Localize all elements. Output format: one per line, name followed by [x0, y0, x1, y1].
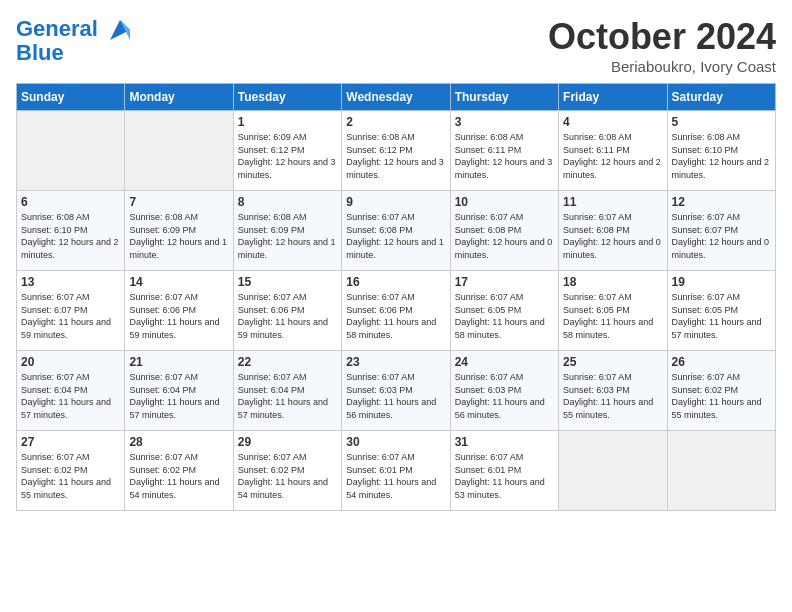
- column-header-sunday: Sunday: [17, 84, 125, 111]
- day-info: Sunrise: 6:07 AM Sunset: 6:01 PM Dayligh…: [346, 451, 445, 501]
- day-info: Sunrise: 6:07 AM Sunset: 6:05 PM Dayligh…: [563, 291, 662, 341]
- day-info: Sunrise: 6:07 AM Sunset: 6:08 PM Dayligh…: [563, 211, 662, 261]
- title-block: October 2024 Beriaboukro, Ivory Coast: [548, 16, 776, 75]
- day-cell: 14Sunrise: 6:07 AM Sunset: 6:06 PM Dayli…: [125, 271, 233, 351]
- day-cell: [559, 431, 667, 511]
- day-cell: 5Sunrise: 6:08 AM Sunset: 6:10 PM Daylig…: [667, 111, 775, 191]
- week-row-5: 27Sunrise: 6:07 AM Sunset: 6:02 PM Dayli…: [17, 431, 776, 511]
- day-info: Sunrise: 6:08 AM Sunset: 6:10 PM Dayligh…: [672, 131, 771, 181]
- day-info: Sunrise: 6:07 AM Sunset: 6:06 PM Dayligh…: [238, 291, 337, 341]
- logo: General Blue: [16, 16, 134, 66]
- day-info: Sunrise: 6:07 AM Sunset: 6:05 PM Dayligh…: [672, 291, 771, 341]
- day-info: Sunrise: 6:07 AM Sunset: 6:02 PM Dayligh…: [672, 371, 771, 421]
- day-info: Sunrise: 6:07 AM Sunset: 6:07 PM Dayligh…: [672, 211, 771, 261]
- day-number: 3: [455, 115, 554, 129]
- day-number: 2: [346, 115, 445, 129]
- day-number: 25: [563, 355, 662, 369]
- day-cell: 16Sunrise: 6:07 AM Sunset: 6:06 PM Dayli…: [342, 271, 450, 351]
- day-number: 14: [129, 275, 228, 289]
- day-number: 24: [455, 355, 554, 369]
- day-info: Sunrise: 6:08 AM Sunset: 6:09 PM Dayligh…: [238, 211, 337, 261]
- day-info: Sunrise: 6:07 AM Sunset: 6:07 PM Dayligh…: [21, 291, 120, 341]
- day-cell: 21Sunrise: 6:07 AM Sunset: 6:04 PM Dayli…: [125, 351, 233, 431]
- day-number: 6: [21, 195, 120, 209]
- day-number: 21: [129, 355, 228, 369]
- page-header: General Blue October 2024 Beriaboukro, I…: [16, 16, 776, 75]
- day-cell: 6Sunrise: 6:08 AM Sunset: 6:10 PM Daylig…: [17, 191, 125, 271]
- day-number: 7: [129, 195, 228, 209]
- day-cell: 17Sunrise: 6:07 AM Sunset: 6:05 PM Dayli…: [450, 271, 558, 351]
- day-number: 9: [346, 195, 445, 209]
- day-info: Sunrise: 6:07 AM Sunset: 6:04 PM Dayligh…: [21, 371, 120, 421]
- day-cell: 8Sunrise: 6:08 AM Sunset: 6:09 PM Daylig…: [233, 191, 341, 271]
- day-cell: 23Sunrise: 6:07 AM Sunset: 6:03 PM Dayli…: [342, 351, 450, 431]
- day-number: 12: [672, 195, 771, 209]
- column-header-monday: Monday: [125, 84, 233, 111]
- day-cell: 2Sunrise: 6:08 AM Sunset: 6:12 PM Daylig…: [342, 111, 450, 191]
- day-cell: 25Sunrise: 6:07 AM Sunset: 6:03 PM Dayli…: [559, 351, 667, 431]
- day-cell: [17, 111, 125, 191]
- day-cell: 10Sunrise: 6:07 AM Sunset: 6:08 PM Dayli…: [450, 191, 558, 271]
- day-info: Sunrise: 6:07 AM Sunset: 6:03 PM Dayligh…: [455, 371, 554, 421]
- day-cell: 1Sunrise: 6:09 AM Sunset: 6:12 PM Daylig…: [233, 111, 341, 191]
- day-number: 17: [455, 275, 554, 289]
- day-number: 16: [346, 275, 445, 289]
- column-header-thursday: Thursday: [450, 84, 558, 111]
- day-cell: 15Sunrise: 6:07 AM Sunset: 6:06 PM Dayli…: [233, 271, 341, 351]
- day-number: 8: [238, 195, 337, 209]
- day-cell: 7Sunrise: 6:08 AM Sunset: 6:09 PM Daylig…: [125, 191, 233, 271]
- day-cell: 18Sunrise: 6:07 AM Sunset: 6:05 PM Dayli…: [559, 271, 667, 351]
- day-cell: 19Sunrise: 6:07 AM Sunset: 6:05 PM Dayli…: [667, 271, 775, 351]
- day-info: Sunrise: 6:07 AM Sunset: 6:06 PM Dayligh…: [346, 291, 445, 341]
- day-info: Sunrise: 6:07 AM Sunset: 6:04 PM Dayligh…: [238, 371, 337, 421]
- day-cell: 9Sunrise: 6:07 AM Sunset: 6:08 PM Daylig…: [342, 191, 450, 271]
- day-number: 19: [672, 275, 771, 289]
- day-number: 5: [672, 115, 771, 129]
- day-cell: 30Sunrise: 6:07 AM Sunset: 6:01 PM Dayli…: [342, 431, 450, 511]
- day-number: 20: [21, 355, 120, 369]
- day-cell: 26Sunrise: 6:07 AM Sunset: 6:02 PM Dayli…: [667, 351, 775, 431]
- calendar-table: SundayMondayTuesdayWednesdayThursdayFrid…: [16, 83, 776, 511]
- day-number: 1: [238, 115, 337, 129]
- day-info: Sunrise: 6:07 AM Sunset: 6:08 PM Dayligh…: [346, 211, 445, 261]
- day-info: Sunrise: 6:07 AM Sunset: 6:04 PM Dayligh…: [129, 371, 228, 421]
- day-number: 30: [346, 435, 445, 449]
- week-row-4: 20Sunrise: 6:07 AM Sunset: 6:04 PM Dayli…: [17, 351, 776, 431]
- day-info: Sunrise: 6:07 AM Sunset: 6:08 PM Dayligh…: [455, 211, 554, 261]
- day-info: Sunrise: 6:08 AM Sunset: 6:11 PM Dayligh…: [455, 131, 554, 181]
- day-cell: 31Sunrise: 6:07 AM Sunset: 6:01 PM Dayli…: [450, 431, 558, 511]
- day-info: Sunrise: 6:08 AM Sunset: 6:10 PM Dayligh…: [21, 211, 120, 261]
- column-header-friday: Friday: [559, 84, 667, 111]
- day-info: Sunrise: 6:07 AM Sunset: 6:02 PM Dayligh…: [238, 451, 337, 501]
- day-info: Sunrise: 6:08 AM Sunset: 6:12 PM Dayligh…: [346, 131, 445, 181]
- day-info: Sunrise: 6:08 AM Sunset: 6:09 PM Dayligh…: [129, 211, 228, 261]
- day-info: Sunrise: 6:07 AM Sunset: 6:02 PM Dayligh…: [21, 451, 120, 501]
- day-cell: 22Sunrise: 6:07 AM Sunset: 6:04 PM Dayli…: [233, 351, 341, 431]
- day-cell: 28Sunrise: 6:07 AM Sunset: 6:02 PM Dayli…: [125, 431, 233, 511]
- day-info: Sunrise: 6:07 AM Sunset: 6:02 PM Dayligh…: [129, 451, 228, 501]
- day-cell: 27Sunrise: 6:07 AM Sunset: 6:02 PM Dayli…: [17, 431, 125, 511]
- day-info: Sunrise: 6:07 AM Sunset: 6:03 PM Dayligh…: [346, 371, 445, 421]
- day-number: 13: [21, 275, 120, 289]
- column-header-tuesday: Tuesday: [233, 84, 341, 111]
- day-cell: 13Sunrise: 6:07 AM Sunset: 6:07 PM Dayli…: [17, 271, 125, 351]
- column-header-wednesday: Wednesday: [342, 84, 450, 111]
- day-number: 11: [563, 195, 662, 209]
- day-cell: 29Sunrise: 6:07 AM Sunset: 6:02 PM Dayli…: [233, 431, 341, 511]
- day-info: Sunrise: 6:09 AM Sunset: 6:12 PM Dayligh…: [238, 131, 337, 181]
- location: Beriaboukro, Ivory Coast: [548, 58, 776, 75]
- day-cell: 24Sunrise: 6:07 AM Sunset: 6:03 PM Dayli…: [450, 351, 558, 431]
- day-number: 29: [238, 435, 337, 449]
- day-number: 26: [672, 355, 771, 369]
- column-header-saturday: Saturday: [667, 84, 775, 111]
- day-info: Sunrise: 6:07 AM Sunset: 6:06 PM Dayligh…: [129, 291, 228, 341]
- calendar-header-row: SundayMondayTuesdayWednesdayThursdayFrid…: [17, 84, 776, 111]
- day-info: Sunrise: 6:07 AM Sunset: 6:05 PM Dayligh…: [455, 291, 554, 341]
- day-info: Sunrise: 6:07 AM Sunset: 6:01 PM Dayligh…: [455, 451, 554, 501]
- day-number: 31: [455, 435, 554, 449]
- day-number: 10: [455, 195, 554, 209]
- day-number: 22: [238, 355, 337, 369]
- day-info: Sunrise: 6:08 AM Sunset: 6:11 PM Dayligh…: [563, 131, 662, 181]
- month-title: October 2024: [548, 16, 776, 58]
- day-cell: 12Sunrise: 6:07 AM Sunset: 6:07 PM Dayli…: [667, 191, 775, 271]
